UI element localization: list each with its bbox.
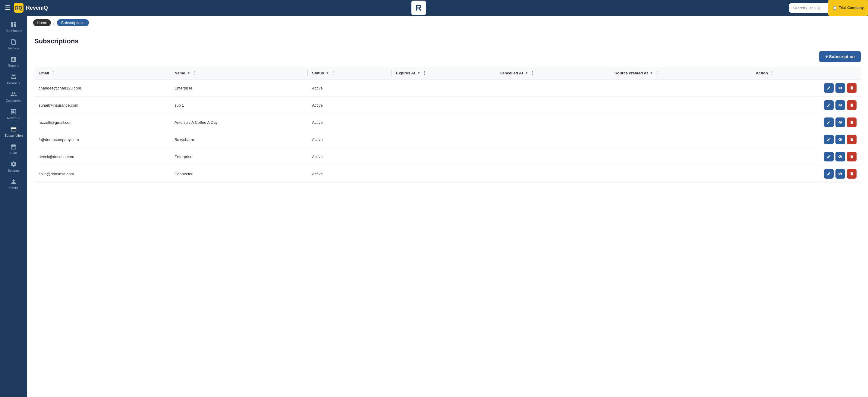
cell-action (751, 131, 861, 148)
sidebar-item-plan[interactable]: Plan (0, 140, 27, 158)
customers-label: Customers (5, 99, 22, 102)
status-col-filter-icon[interactable]: ▼ (326, 71, 329, 75)
cell-name: sub 1 (170, 97, 308, 114)
name-col-more-icon[interactable]: ⋮ (192, 70, 196, 75)
cell-action (751, 79, 861, 97)
breadcrumb-home[interactable]: Home (33, 19, 51, 26)
breadcrumb-current: Subscriptions (57, 19, 89, 26)
invoice-label: Invoice (8, 46, 19, 50)
sidebar-item-reports[interactable]: Reports (0, 53, 27, 70)
delete-button[interactable] (847, 152, 857, 161)
table-row: colin@ddasdsa.com Connector Active (34, 165, 861, 183)
edit-button[interactable] (824, 100, 834, 110)
plan-label: Plan (10, 151, 17, 155)
action-col-more-icon[interactable]: ⋮ (770, 70, 774, 75)
delete-button[interactable] (847, 118, 857, 127)
hamburger-menu[interactable]: ☰ (5, 4, 10, 11)
cell-email: ruzzelli@gmail.com (34, 114, 170, 131)
table-row: suhail@insurance.com sub 1 Active (34, 97, 861, 114)
cell-name: Enterprise (170, 79, 308, 97)
top-nav: ☰ RQ ReveniQ R 🔍 👤 (0, 0, 868, 16)
edit-button[interactable] (824, 169, 834, 178)
cell-expires-at (392, 79, 495, 97)
cell-source-created-at (610, 148, 751, 165)
sidebar-item-customers[interactable]: Customers (0, 88, 27, 105)
email-col-more-icon[interactable]: ⋮ (51, 70, 55, 75)
reports-label: Reports (8, 64, 20, 67)
cell-name: Boxycharm (170, 131, 308, 148)
cell-cancelled-at (495, 165, 610, 183)
view-button[interactable] (835, 118, 845, 127)
cell-expires-at (392, 148, 495, 165)
cell-expires-at (392, 165, 495, 183)
page-title: Subscriptions (34, 37, 861, 45)
sidebar-item-settings[interactable]: Settings (0, 158, 27, 175)
cancelled-col-filter-icon[interactable]: ▼ (525, 71, 528, 75)
delete-button[interactable] (847, 83, 857, 93)
table-row: changee@chan123.com Enterprise Active (34, 79, 861, 97)
view-button[interactable] (835, 135, 845, 144)
view-button[interactable] (835, 169, 845, 178)
users-icon (10, 178, 17, 185)
cell-expires-at (392, 114, 495, 131)
source-col-filter-icon[interactable]: ▼ (650, 71, 653, 75)
app-logo[interactable]: RQ ReveniQ (14, 3, 48, 13)
cell-source-created-at (610, 114, 751, 131)
cell-status: Active (308, 97, 392, 114)
delete-button[interactable] (847, 135, 857, 144)
col-cancelled-at: Cancelled At ▼ ⋮ (495, 67, 610, 79)
table-body: changee@chan123.com Enterprise Active su… (34, 79, 861, 183)
view-button[interactable] (835, 152, 845, 161)
cell-status: Active (308, 165, 392, 183)
cancelled-col-more-icon[interactable]: ⋮ (530, 70, 534, 75)
sidebar-item-subscription[interactable]: Subscription (0, 123, 27, 140)
cell-cancelled-at (495, 131, 610, 148)
cell-source-created-at (610, 79, 751, 97)
trial-icon: 📋 (832, 6, 837, 10)
cell-action (751, 114, 861, 131)
edit-button[interactable] (824, 152, 834, 161)
view-button[interactable] (835, 100, 845, 110)
col-source-created-at: Source created At ▼ ⋮ (610, 67, 751, 79)
sidebar-item-dashboard[interactable]: Dashboard (0, 18, 27, 36)
cell-expires-at (392, 131, 495, 148)
logo-icon: RQ (14, 3, 24, 13)
trial-badge: 📋 Trial Company (828, 0, 868, 16)
users-label: Users (9, 186, 18, 190)
sidebar-item-invoice[interactable]: Invoice (0, 36, 27, 53)
cell-source-created-at (610, 97, 751, 114)
status-col-more-icon[interactable]: ⋮ (331, 70, 335, 75)
cell-source-created-at (610, 131, 751, 148)
edit-button[interactable] (824, 135, 834, 144)
products-label: Products (7, 81, 20, 85)
sidebar-item-revenue[interactable]: Revenue (0, 105, 27, 123)
cell-status: Active (308, 131, 392, 148)
col-name: Name ▼ ⋮ (170, 67, 308, 79)
cell-name: Antonio's A Coffee A Day (170, 114, 308, 131)
invoice-icon (10, 39, 17, 45)
name-col-filter-icon[interactable]: ▼ (187, 71, 190, 75)
add-subscription-button[interactable]: + Subscription (819, 51, 861, 62)
cell-name: Enterprise (170, 148, 308, 165)
expires-col-more-icon[interactable]: ⋮ (422, 70, 427, 75)
subscriptions-table: Email ⋮ Name ▼ ⋮ (34, 67, 861, 183)
cell-source-created-at (610, 165, 751, 183)
edit-button[interactable] (824, 83, 834, 93)
view-button[interactable] (835, 83, 845, 93)
delete-button[interactable] (847, 100, 857, 110)
table-row: ruzzelli@gmail.com Antonio's A Coffee A … (34, 114, 861, 131)
svg-text:RQ: RQ (15, 5, 22, 10)
cell-expires-at (392, 97, 495, 114)
sidebar-item-users[interactable]: Users (0, 175, 27, 193)
delete-button[interactable] (847, 169, 857, 178)
main-content: Home / Subscriptions Subscriptions + Sub… (27, 16, 868, 397)
sidebar-item-products[interactable]: Products (0, 70, 27, 88)
source-col-more-icon[interactable]: ⋮ (655, 70, 659, 75)
reports-icon (10, 56, 17, 63)
subscriptions-table-wrapper: Email ⋮ Name ▼ ⋮ (34, 67, 861, 183)
cell-status: Active (308, 79, 392, 97)
expires-col-filter-icon[interactable]: ▼ (417, 71, 421, 75)
edit-button[interactable] (824, 118, 834, 127)
nav-center: R (48, 1, 789, 15)
r-badge: R (411, 1, 426, 15)
